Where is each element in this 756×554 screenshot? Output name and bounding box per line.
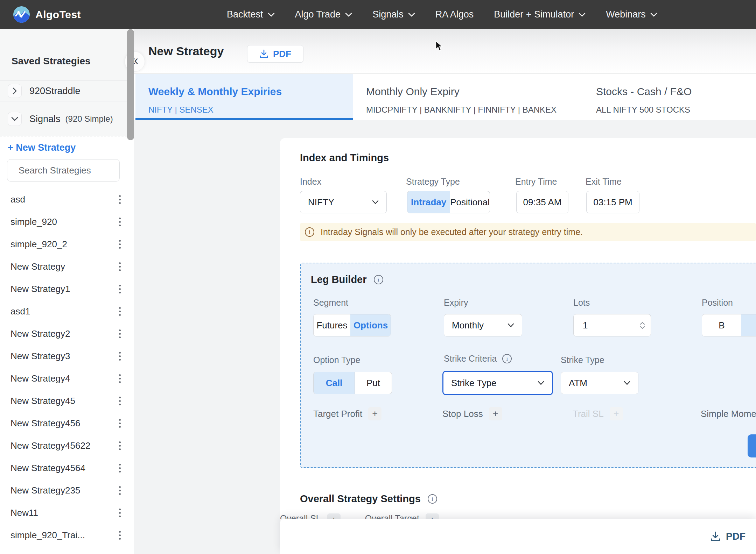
info-icon[interactable] <box>428 494 437 504</box>
nav-item-backtest[interactable]: Backtest <box>227 9 275 20</box>
nav-item-ra-algos[interactable]: RA Algos <box>435 9 474 20</box>
strike-criteria-select[interactable]: Strike Type <box>442 371 553 395</box>
entry-time-input[interactable]: 09:35 AM <box>516 191 568 213</box>
futures-option[interactable]: Futures <box>314 314 350 336</box>
strategy-list-item[interactable]: New Strategy3 <box>0 345 134 367</box>
index-label: Index <box>300 177 321 187</box>
nav-item-builder-simulator[interactable]: Builder + Simulator <box>494 9 586 20</box>
add-overall-sl-button[interactable]: + <box>327 513 341 519</box>
kebab-menu-icon[interactable] <box>118 507 122 519</box>
kebab-menu-icon[interactable] <box>118 440 122 452</box>
kebab-menu-icon[interactable] <box>118 283 122 295</box>
nav-menu: Backtest Algo Trade Signals RA Algos Bui… <box>227 0 657 29</box>
page-header: New Strategy PDF <box>134 29 756 74</box>
exit-time-input[interactable]: 03:15 PM <box>586 191 639 213</box>
chevron-down-icon <box>408 13 415 17</box>
strategy-list-item[interactable]: New Strategy4564 <box>0 457 134 479</box>
stepper-arrows-icon[interactable] <box>640 322 645 329</box>
kebab-menu-icon[interactable] <box>118 194 122 205</box>
strategy-list-item[interactable]: New11 <box>0 502 134 524</box>
strategy-list-item[interactable]: simple_920 <box>0 211 134 233</box>
kebab-menu-icon[interactable] <box>118 306 122 317</box>
new-strategy-link[interactable]: + New Strategy <box>8 142 76 153</box>
trail-sl-field: Trail SL + <box>573 406 623 421</box>
saved-strategies-sidebar: Saved Strategies 920Straddle Signals (92… <box>0 29 134 554</box>
strategy-list-item[interactable]: simple_920_2 <box>0 233 134 255</box>
strategy-list-item[interactable]: New Strategy235 <box>0 479 134 502</box>
kebab-menu-icon[interactable] <box>118 530 122 541</box>
search-input[interactable] <box>19 165 136 176</box>
kebab-menu-icon[interactable] <box>118 350 122 362</box>
leg-builder-heading: Leg Builder <box>311 274 367 285</box>
strategy-list-item[interactable]: New Strategy2 <box>0 322 134 345</box>
chevron-down-icon <box>538 381 544 385</box>
expand-group-button[interactable] <box>8 84 22 98</box>
strategy-list-item[interactable]: asd <box>0 188 134 211</box>
brand-logo[interactable]: AlgoTest <box>13 0 81 29</box>
put-option[interactable]: Put <box>355 372 392 394</box>
positional-option[interactable]: Positional <box>450 191 490 213</box>
nav-item-webinars[interactable]: Webinars <box>606 9 657 20</box>
chevron-down-icon <box>345 13 352 17</box>
strategy-list-item[interactable]: New Strategy <box>0 255 134 278</box>
add-overall-target-button[interactable]: + <box>426 513 439 519</box>
sidebar-scrollbar-thumb[interactable] <box>127 29 134 140</box>
download-icon <box>259 49 268 58</box>
strategy-group-signals[interactable]: Signals (920 Simple) <box>0 108 134 129</box>
kebab-menu-icon[interactable] <box>118 216 122 228</box>
kebab-menu-icon[interactable] <box>118 261 122 272</box>
strike-type-select[interactable]: ATM <box>561 372 638 394</box>
add-stop-loss-button[interactable]: + <box>489 407 502 420</box>
intraday-option[interactable]: Intraday <box>407 191 450 213</box>
kebab-menu-icon[interactable] <box>118 239 122 250</box>
expiry-select[interactable]: Monthly <box>444 314 522 336</box>
kebab-menu-icon[interactable] <box>118 395 122 407</box>
tab-stocks-cash-fo[interactable]: Stocks - Cash / F&O ALL NIFTY 500 STOCKS <box>583 74 756 120</box>
buy-option[interactable]: B <box>702 314 741 336</box>
info-icon[interactable] <box>502 354 512 363</box>
nav-item-algo-trade[interactable]: Algo Trade <box>295 9 352 20</box>
kebab-menu-icon[interactable] <box>118 418 122 429</box>
lots-stepper[interactable]: 1 <box>573 314 651 336</box>
group-label: Signals <box>29 114 61 125</box>
index-select[interactable]: NIFTY <box>300 191 387 213</box>
add-leg-button[interactable] <box>748 434 756 457</box>
position-label: Position <box>702 298 733 308</box>
kebab-menu-icon[interactable] <box>118 485 122 496</box>
strategy-list-item[interactable]: simple_920_Trai... <box>0 524 134 546</box>
strategy-group-920straddle[interactable]: 920Straddle <box>0 80 134 101</box>
tab-monthly-only-expiry[interactable]: Monthly Only Expiry MIDCPNIFTY | BANKNIF… <box>353 74 583 120</box>
footer-pdf-button[interactable]: PDF <box>710 519 746 554</box>
strategy-list-item[interactable]: New Strategy456 <box>0 412 134 434</box>
call-option[interactable]: Call <box>314 372 355 394</box>
target-profit-field: Target Profit + <box>313 406 382 421</box>
sell-option[interactable]: S <box>741 314 756 336</box>
collapse-group-button[interactable] <box>8 112 22 126</box>
info-icon[interactable] <box>374 275 383 284</box>
download-pdf-button[interactable]: PDF <box>247 45 303 63</box>
tab-weekly-monthly-expiries[interactable]: Weekly & Monthly Expiries NIFTY | SENSEX <box>135 74 353 120</box>
chevron-right-icon <box>12 87 17 95</box>
strategy-list-item[interactable]: New Strategy4 <box>0 367 134 390</box>
position-toggle: B S <box>702 314 756 336</box>
app-window: AlgoTest Backtest Algo Trade Signals RA … <box>0 0 756 554</box>
strategy-list-item[interactable]: New Strategy45 <box>0 390 134 412</box>
info-icon <box>305 227 314 237</box>
strategy-list-item[interactable]: asd1 <box>0 300 134 322</box>
strategy-list-item[interactable]: New Strategy45622 <box>0 434 134 457</box>
kebab-menu-icon[interactable] <box>118 328 122 340</box>
main-content: New Strategy PDF Weekly & Monthly Expiri… <box>134 29 756 554</box>
add-trail-sl-button[interactable]: + <box>610 407 623 420</box>
strategy-list-item[interactable]: New Strategy1 <box>0 278 134 300</box>
intraday-warning-banner: Intraday Signals will only be executed a… <box>300 223 756 241</box>
kebab-menu-icon[interactable] <box>118 373 122 384</box>
action-footer: PDF <box>280 519 756 554</box>
top-navbar: AlgoTest Backtest Algo Trade Signals RA … <box>0 0 756 29</box>
kebab-menu-icon[interactable] <box>118 462 122 474</box>
options-option[interactable]: Options <box>350 314 391 336</box>
add-target-profit-button[interactable]: + <box>368 407 382 420</box>
strategy-search[interactable] <box>7 159 120 182</box>
expiry-tab-strip: Weekly & Monthly Expiries NIFTY | SENSEX… <box>134 74 756 120</box>
leg-builder-panel: Leg Builder Segment Expiry Lots Position… <box>300 263 756 468</box>
nav-item-signals[interactable]: Signals <box>372 9 415 20</box>
